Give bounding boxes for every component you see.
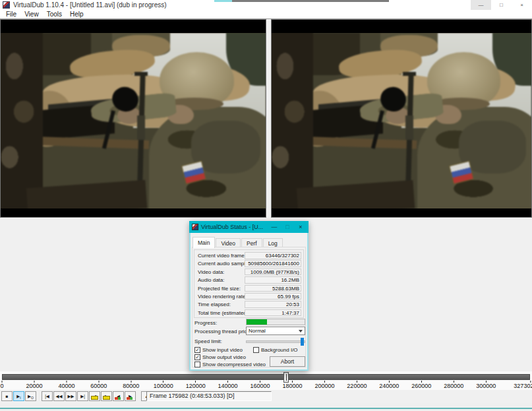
tick-label: 200000	[314, 383, 334, 389]
teal-accent-line	[0, 408, 532, 409]
stat-label: Video rendering rate:	[198, 294, 247, 300]
input-video-pane	[0, 19, 266, 218]
status-dialog-title: VirtualDub Status - [U...	[201, 224, 263, 230]
timeline-tick: 300000	[476, 381, 496, 389]
output-video-pane	[271, 19, 532, 218]
frame-forward-button[interactable]: ▶▶	[65, 391, 76, 401]
checkbox-background-i-o[interactable]: Background I/O	[253, 346, 298, 353]
status-dialog: VirtualDub Status - [U... — □ × MainVide…	[189, 221, 309, 371]
tab-main[interactable]: Main	[192, 237, 215, 248]
frame-status-text: Frame 175982 (0:48:53.033) [D]	[146, 391, 272, 401]
tick-label: 40000	[58, 383, 74, 389]
play-output-button[interactable]: ▶O	[25, 391, 36, 401]
tick-label: 80000	[123, 383, 139, 389]
tick-label: 220000	[347, 383, 367, 389]
prev-keyframe-button[interactable]: ◀	[89, 391, 100, 401]
stat-row: Time elapsed:20:53	[194, 300, 303, 308]
chevron-down-icon	[299, 330, 303, 332]
stop-icon: ■	[6, 394, 9, 398]
dialog-maximize-button[interactable]: □	[281, 221, 294, 233]
tick-label: 120000	[186, 383, 206, 389]
overlap-strip-cyan	[214, 0, 232, 2]
seek-track[interactable]	[2, 374, 530, 380]
dialog-minimize-button[interactable]: —	[268, 221, 281, 233]
priority-value: Normal	[249, 328, 266, 334]
priority-dropdown[interactable]: Normal	[246, 327, 305, 335]
stat-row: Video rendering rate:65.99 fps	[194, 292, 303, 300]
title-bar[interactable]: VirtualDub 1.10.4 - [Untitled 11.avi] (d…	[0, 0, 532, 10]
tick-label: 260000	[411, 383, 431, 389]
virtualdub-dialog-icon	[192, 224, 198, 230]
timeline-ticks: 0200004000060000800001000001200001400001…	[2, 381, 530, 390]
go-to-end-button[interactable]: ▶|	[77, 391, 88, 401]
timeline-tick: 240000	[379, 381, 399, 389]
stat-row: Current video frame:63446/327302	[194, 251, 303, 259]
play-target-letter: I	[20, 396, 20, 400]
menu-item-file[interactable]: File	[2, 11, 20, 18]
go-to-start-button[interactable]: |◀	[42, 391, 53, 401]
stop-button[interactable]: ■	[1, 391, 13, 401]
checkbox-box[interactable]: ✓	[194, 354, 200, 360]
virtualdub-window: VirtualDub 1.10.4 - [Untitled 11.avi] (d…	[0, 0, 532, 411]
checkbox-box[interactable]: ✓	[194, 347, 200, 353]
output-video-frame	[272, 33, 531, 208]
bottom-strip	[0, 403, 532, 411]
menu-item-view[interactable]: View	[20, 11, 43, 18]
stat-row: Total time (estimated):1:47:37	[194, 309, 303, 317]
timeline: 0200004000060000800001000001200001400001…	[0, 371, 532, 390]
dialog-close-button[interactable]: ×	[294, 221, 307, 233]
letterbox-bottom	[272, 208, 531, 217]
stat-value-field: 65.99 fps	[245, 293, 301, 300]
video-area	[0, 19, 532, 218]
stat-row: Video data:1009.0MB (977KB/s)	[194, 268, 303, 276]
stat-label: Current audio sample:	[198, 261, 250, 267]
checkbox-show-output-video[interactable]: ✓Show output video	[194, 354, 246, 360]
letterbox-top	[272, 20, 531, 33]
timeline-tick: 120000	[186, 381, 206, 389]
speed-limit-slider[interactable]	[246, 340, 305, 343]
scene-reverse-button[interactable]: ◀	[113, 391, 124, 401]
timeline-tick: 0	[0, 381, 3, 389]
timeline-tick: 100000	[154, 381, 173, 389]
timeline-tick: 280000	[444, 381, 463, 389]
next-keyframe-button[interactable]: ▶	[101, 391, 112, 401]
stat-label: Current video frame:	[198, 253, 246, 259]
stat-row: Projected file size:5288.63MB	[194, 284, 303, 292]
scene-reverse-icon: ◀	[117, 394, 120, 399]
stat-label: Projected file size:	[198, 286, 241, 292]
seek-slider-handle[interactable]	[283, 372, 289, 383]
stat-label: Time elapsed:	[198, 301, 231, 307]
letterbox-bottom	[1, 208, 266, 217]
minimize-button[interactable]: —	[471, 0, 491, 10]
stat-value-field: 63446/327302	[245, 252, 301, 259]
scene-forward-button[interactable]: ▶	[125, 391, 136, 401]
status-dialog-title-bar[interactable]: VirtualDub Status - [U... — □ ×	[189, 221, 309, 233]
speed-limit-slider-handle[interactable]	[301, 338, 304, 346]
tick-label: 0	[0, 383, 3, 389]
checkbox-show-decompressed-video[interactable]: Show decompressed video	[194, 361, 266, 367]
input-video-frame	[1, 33, 266, 208]
checkbox-box[interactable]	[253, 347, 259, 353]
checkbox-box[interactable]	[194, 362, 200, 367]
letterbox-top	[1, 20, 266, 33]
play-input-button[interactable]: ▶I	[13, 391, 24, 401]
speed-limit-label: Speed limit:	[194, 338, 222, 344]
transport-bar: ■▶I▶O|◀◀◀▶▶▶|◀▶◀▶▲▲ Frame 175982 (0:48:5…	[0, 390, 532, 403]
stats-list: Current video frame:63446/327302Current …	[194, 249, 304, 318]
timeline-tick: 220000	[347, 381, 367, 389]
menu-item-tools[interactable]: Tools	[43, 11, 66, 18]
maximize-button[interactable]: □	[491, 0, 512, 10]
menu-item-help[interactable]: Help	[66, 11, 88, 18]
checkbox-label: Background I/O	[261, 347, 298, 353]
checkbox-show-input-video[interactable]: ✓Show input video	[194, 346, 243, 353]
tick-label: 300000	[476, 383, 496, 389]
close-button[interactable]: ×	[512, 0, 532, 10]
frame-back-button[interactable]: ◀◀	[53, 391, 65, 401]
play-target-letter: O	[31, 396, 34, 400]
progress-bar-fill	[247, 319, 267, 325]
abort-button[interactable]: Abort	[270, 356, 305, 367]
tick-label: 60000	[90, 383, 107, 389]
prev-keyframe-icon: ◀	[93, 394, 96, 399]
scene-forward-icon: ▶	[129, 394, 132, 399]
tick-label: 327302	[514, 383, 532, 389]
